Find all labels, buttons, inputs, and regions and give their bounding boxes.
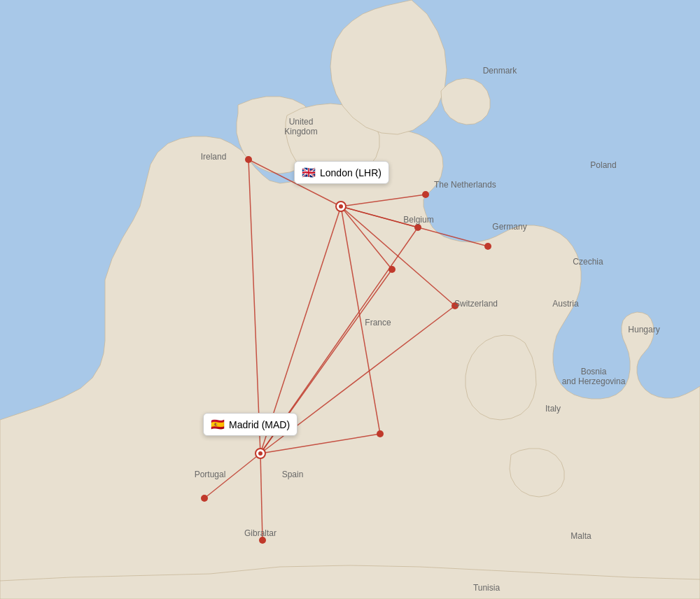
denmark-label: Denmark (483, 66, 518, 76)
belgium-dot (414, 224, 421, 231)
madrid-airport-label[interactable]: 🇪🇸 Madrid (MAD) (203, 413, 298, 436)
gibraltar-label: Gibraltar (244, 528, 276, 538)
germany-label: Germany (492, 222, 526, 232)
bosnia-label2: and Herzegovina (562, 376, 626, 386)
madrid-hub-dot (258, 451, 262, 456)
belgium-label: Belgium (403, 215, 433, 225)
madrid-airport-name: Madrid (MAD) (229, 419, 290, 430)
ireland-label: Ireland (201, 152, 227, 162)
portugal-label: Portugal (195, 470, 226, 479)
poland-label: Poland (590, 160, 616, 170)
uk-flag: 🇬🇧 (302, 166, 316, 179)
east-germany-dot (484, 243, 491, 250)
netherlands-label: The Netherlands (434, 180, 496, 190)
switzerland-label: Switzerland (454, 299, 498, 309)
france-label: France (365, 318, 391, 327)
spain-label: Spain (282, 470, 304, 479)
london-hub-dot (339, 204, 343, 209)
austria-label: Austria (552, 299, 579, 309)
portugal-coast-dot (201, 495, 208, 502)
map-container: Ireland United Kingdom Denmark The Nethe… (0, 0, 700, 599)
italy-label: Italy (545, 404, 561, 414)
barcelona-dot (377, 430, 384, 437)
ireland-dot (245, 156, 252, 163)
map-svg: Ireland United Kingdom Denmark The Nethe… (0, 0, 700, 599)
uk-label2: Kingdom (284, 127, 317, 136)
paris-dot (388, 266, 396, 273)
hungary-label: Hungary (628, 325, 659, 334)
bosnia-label1: Bosnia (581, 367, 607, 376)
spain-flag: 🇪🇸 (211, 418, 225, 431)
uk-label: United (289, 117, 314, 127)
tunisia-label: Tunisia (473, 583, 500, 593)
czechia-label: Czechia (573, 257, 603, 267)
netherlands-dot (422, 191, 429, 198)
malta-label: Malta (570, 531, 592, 541)
london-airport-name: London (LHR) (320, 167, 382, 178)
london-airport-label[interactable]: 🇬🇧 London (LHR) (294, 161, 389, 184)
